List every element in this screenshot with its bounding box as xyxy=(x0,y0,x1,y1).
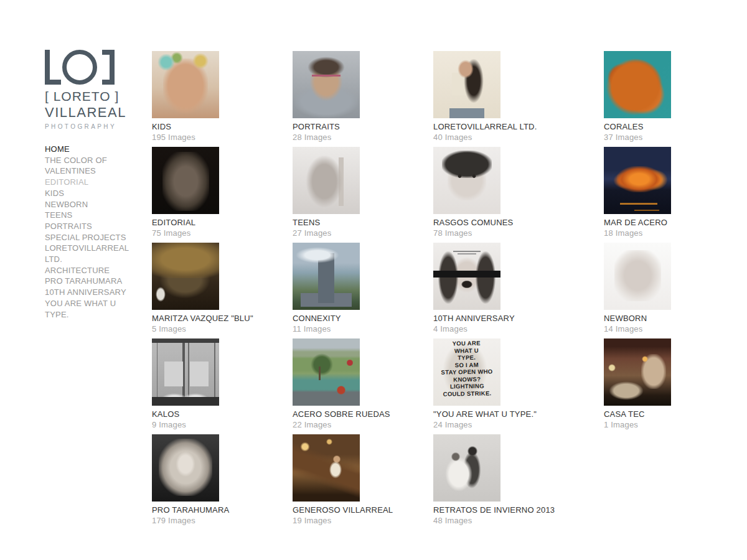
gallery-image-count: 14 Images xyxy=(604,324,747,334)
gallery-image-count: 11 Images xyxy=(293,324,433,334)
gallery-thumbnail-kids[interactable] xyxy=(152,51,219,118)
gallery-title[interactable]: RASGOS COMUNES xyxy=(433,218,604,227)
gallery-thumbnail-loretovillarreal-ltd[interactable] xyxy=(433,51,500,118)
gallery-image-count: 18 Images xyxy=(604,228,747,238)
gallery-thumbnail-editorial[interactable] xyxy=(152,147,219,214)
gallery-title[interactable]: NEWBORN xyxy=(604,314,747,323)
gallery-thumbnail-newborn[interactable] xyxy=(604,243,671,310)
gallery-thumbnail-retratos-de-invierno-2013[interactable] xyxy=(433,434,500,502)
gallery-item-10th-anniversary: 10TH ANNIVERSARY 4 Images xyxy=(433,243,604,334)
gallery-item-connexity: CONNEXITY 11 Images xyxy=(293,243,433,334)
gallery-image-count: 9 Images xyxy=(152,420,293,429)
gallery-grid: KIDS 195 Images PORTRAITS 28 Images LORE… xyxy=(152,51,747,525)
gallery-image-count: 78 Images xyxy=(433,228,604,238)
gallery-image-count: 195 Images xyxy=(152,133,293,142)
nav-item-loretovillarreal-ltd[interactable]: LORETOVILLARREAL LTD. xyxy=(45,243,137,264)
gallery-item-mar-de-acero: MAR DE ACERO 18 Images xyxy=(604,147,747,238)
nav-item-portraits[interactable]: PORTRAITS xyxy=(45,221,137,232)
gallery-thumbnail-you-are-what-u-type[interactable]: YOU ARE WHAT U TYPE. SO I AM STAY OPEN W… xyxy=(433,338,500,406)
brand-name-loreto[interactable]: [ LORETO ] xyxy=(45,89,118,104)
gallery-image-count: 48 Images xyxy=(433,516,604,525)
gallery-item-corales: CORALES 37 Images xyxy=(604,51,747,142)
brand-name-villareal[interactable]: VILLAREAL xyxy=(45,105,118,121)
gallery-title[interactable]: CORALES xyxy=(604,123,747,131)
gallery-item-rasgos-comunes: RASGOS COMUNES 78 Images xyxy=(433,147,604,238)
gallery-item-pro-tarahumara: PRO TARAHUMARA 179 Images xyxy=(152,434,293,525)
gallery-thumbnail-corales[interactable] xyxy=(604,51,671,118)
gallery-image-count: 1 Images xyxy=(604,420,747,429)
gallery-title[interactable]: RETRATOS DE INVIERNO 2013 xyxy=(433,506,604,515)
gallery-thumbnail-10th-anniversary[interactable] xyxy=(433,243,500,310)
nav-item-pro-tarahumara[interactable]: PRO TARAHUMARA xyxy=(45,276,137,287)
gallery-image-count: 179 Images xyxy=(152,516,293,525)
gallery-image-count: 27 Images xyxy=(293,228,433,238)
nav-item-special-projects[interactable]: SPECIAL PROJECTS xyxy=(45,232,137,243)
gallery-item-portraits: PORTRAITS 28 Images xyxy=(293,51,433,142)
gallery-title[interactable]: "YOU ARE WHAT U TYPE." xyxy=(433,410,604,419)
gallery-title[interactable]: MAR DE ACERO xyxy=(604,218,747,227)
gallery-thumbnail-acero-sobre-ruedas[interactable] xyxy=(293,338,360,406)
gallery-thumbnail-casa-tec[interactable] xyxy=(604,338,671,406)
nav-item-newborn[interactable]: NEWBORN xyxy=(45,199,137,210)
gallery-thumbnail-portraits[interactable] xyxy=(293,51,360,118)
gallery-title[interactable]: ACERO SOBRE RUEDAS xyxy=(293,410,433,419)
gallery-thumbnail-teens[interactable] xyxy=(293,147,360,214)
gallery-item-loretovillarreal-ltd: LORETOVILLARREAL LTD. 40 Images xyxy=(433,51,604,142)
brand-tagline-photography: PHOTOGRAPHY xyxy=(45,123,118,130)
gallery-image-count: 22 Images xyxy=(293,420,433,429)
gallery-thumbnail-kalos[interactable] xyxy=(152,338,219,406)
gallery-image-count: 5 Images xyxy=(152,324,293,334)
gallery-image-count: 24 Images xyxy=(433,420,604,429)
gallery-title[interactable]: KALOS xyxy=(152,410,293,419)
brand-block: [ LORETO ] VILLAREAL PHOTOGRAPHY xyxy=(45,50,118,130)
nav-item-kids[interactable]: KIDS xyxy=(45,188,137,199)
gallery-item-casa-tec: CASA TEC 1 Images xyxy=(604,338,747,429)
gallery-thumbnail-generoso-villarreal[interactable] xyxy=(293,434,360,502)
gallery-image-count: 19 Images xyxy=(293,516,433,525)
gallery-thumbnail-maritza-vazquez-blu[interactable] xyxy=(152,243,219,310)
gallery-title[interactable]: GENEROSO VILLARREAL xyxy=(293,506,433,515)
gallery-image-count: 40 Images xyxy=(433,133,604,142)
gallery-title[interactable]: TEENS xyxy=(293,218,433,227)
sidebar-nav: HOME THE COLOR OF VALENTINES EDITORIAL K… xyxy=(45,144,137,320)
gallery-thumbnail-rasgos-comunes[interactable] xyxy=(433,147,500,214)
gallery-title[interactable]: EDITORIAL xyxy=(152,218,293,227)
gallery-item-kids: KIDS 195 Images xyxy=(152,51,293,142)
nav-item-10th-anniversary[interactable]: 10TH ANNIVERSARY xyxy=(45,287,137,298)
gallery-title[interactable]: KIDS xyxy=(152,123,293,131)
gallery-item-newborn: NEWBORN 14 Images xyxy=(604,243,747,334)
portfolio-page: [ LORETO ] VILLAREAL PHOTOGRAPHY HOME TH… xyxy=(0,0,747,560)
handwritten-quote-text: YOU ARE WHAT U TYPE. SO I AM STAY OPEN W… xyxy=(433,338,501,406)
nav-item-teens[interactable]: TEENS xyxy=(45,210,137,221)
gallery-image-count: 37 Images xyxy=(604,133,747,142)
gallery-item-kalos: KALOS 9 Images xyxy=(152,338,293,429)
nav-item-home[interactable]: HOME xyxy=(45,144,137,155)
nav-item-you-are-what-u-type[interactable]: YOU ARE WHAT U TYPE. xyxy=(45,298,137,320)
gallery-item-editorial: EDITORIAL 75 Images xyxy=(152,147,293,238)
gallery-title[interactable]: LORETOVILLARREAL LTD. xyxy=(433,123,604,131)
gallery-title[interactable]: 10TH ANNIVERSARY xyxy=(433,314,604,323)
gallery-item-generoso-villarreal: GENEROSO VILLARREAL 19 Images xyxy=(293,434,433,525)
nav-item-architecture[interactable]: ARCHITECTURE xyxy=(45,265,137,276)
gallery-item-you-are-what-u-type: YOU ARE WHAT U TYPE. SO I AM STAY OPEN W… xyxy=(433,338,604,429)
gallery-title[interactable]: CASA TEC xyxy=(604,410,747,419)
gallery-thumbnail-mar-de-acero[interactable] xyxy=(604,147,671,214)
nav-item-the-color-of-valentines[interactable]: THE COLOR OF VALENTINES xyxy=(45,155,137,177)
gallery-title[interactable]: PORTRAITS xyxy=(293,123,433,131)
gallery-title[interactable]: MARITZA VAZQUEZ "BLU" xyxy=(152,314,293,323)
gallery-title[interactable]: PRO TARAHUMARA xyxy=(152,506,293,515)
gallery-item-maritza-vazquez-blu: MARITZA VAZQUEZ "BLU" 5 Images xyxy=(152,243,293,334)
gallery-title[interactable]: CONNEXITY xyxy=(293,314,433,323)
lo-bracket-logo-icon[interactable] xyxy=(45,50,115,85)
gallery-item-retratos-de-invierno-2013: RETRATOS DE INVIERNO 2013 48 Images xyxy=(433,434,604,525)
nav-item-editorial[interactable]: EDITORIAL xyxy=(45,177,137,188)
gallery-item-teens: TEENS 27 Images xyxy=(293,147,433,238)
gallery-thumbnail-pro-tarahumara[interactable] xyxy=(152,434,219,502)
gallery-thumbnail-connexity[interactable] xyxy=(293,243,360,310)
gallery-image-count: 4 Images xyxy=(433,324,604,334)
gallery-image-count: 75 Images xyxy=(152,228,293,238)
gallery-image-count: 28 Images xyxy=(293,133,433,142)
gallery-item-acero-sobre-ruedas: ACERO SOBRE RUEDAS 22 Images xyxy=(293,338,433,429)
